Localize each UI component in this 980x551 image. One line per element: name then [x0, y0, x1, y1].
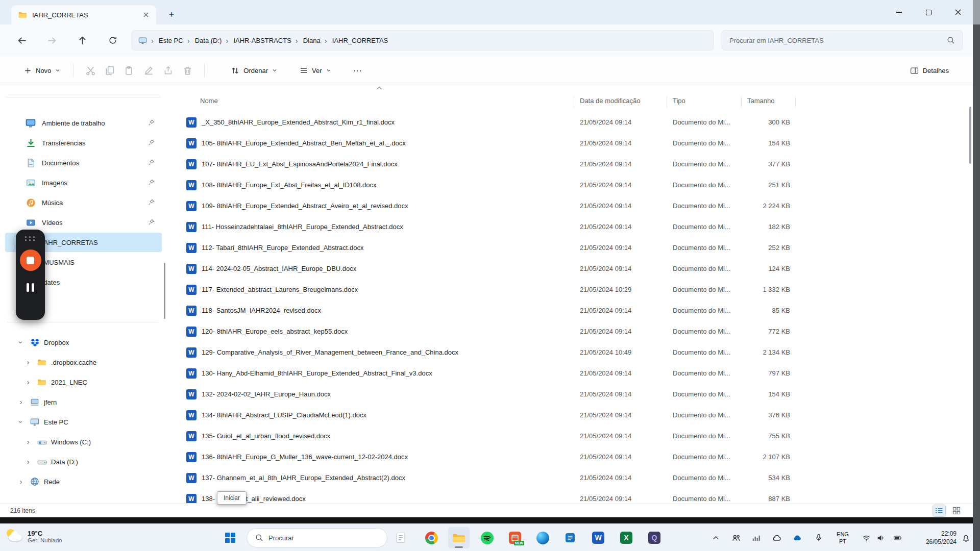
- sidebar-item-pictures[interactable]: Imagens: [5, 173, 162, 192]
- breadcrumb-item[interactable]: Diana: [291, 36, 321, 45]
- onedrive-icon[interactable]: [791, 533, 803, 543]
- column-divider[interactable]: [667, 96, 667, 108]
- search-box[interactable]: [722, 30, 963, 51]
- forward-button[interactable]: [43, 32, 60, 49]
- clock[interactable]: 22:09 26/05/2024: [912, 530, 957, 546]
- spotify-icon[interactable]: [476, 527, 498, 548]
- back-button[interactable]: [13, 32, 31, 49]
- sidebar-item-2021-lnec[interactable]: 2021_LNEC: [5, 372, 162, 392]
- breadcrumb-item[interactable]: Este PC: [147, 36, 183, 45]
- file-row[interactable]: _X_350_8thIAHR_Europe_Extended_Abstract_…: [166, 112, 966, 133]
- close-button[interactable]: [943, 0, 973, 24]
- file-row[interactable]: 138- Ferrara_et_alii_reviewed.docx 21/05…: [166, 489, 966, 503]
- up-button[interactable]: [74, 32, 91, 49]
- file-row[interactable]: 117- Extended_abstract_Laurens_Breugelma…: [166, 280, 966, 300]
- tab-close-icon[interactable]: [140, 9, 152, 21]
- wifi-icon[interactable]: [860, 533, 872, 543]
- sidebar-item-este-pc[interactable]: Este PC: [5, 412, 162, 432]
- file-row[interactable]: 105- 8thIAHR_Europe_Extended_Abstract_Be…: [166, 133, 966, 154]
- address-bar[interactable]: Este PC Data (D:) IAHR-ABSTRACTS Diana I…: [132, 30, 714, 51]
- sidebar-item-data-d[interactable]: Data (D:): [5, 452, 162, 471]
- chart-icon[interactable]: [750, 533, 762, 543]
- drag-handle-icon[interactable]: [25, 236, 36, 241]
- large-icons-view-button[interactable]: [950, 505, 963, 516]
- file-list-scrollbar[interactable]: [968, 105, 971, 501]
- file-row[interactable]: 120- 8thIAHR_Europe_eels_abstract_kep55.…: [166, 321, 966, 342]
- file-row[interactable]: 108- 8thIAHR_Europe_Ext_Abst_Freitas_et_…: [166, 175, 966, 196]
- minimize-button[interactable]: [884, 0, 914, 24]
- view-button[interactable]: Ver: [294, 63, 337, 78]
- sidebar-item-jfern[interactable]: jfern: [5, 392, 162, 412]
- file-row[interactable]: 130- Hany_Abd-Elhamid_8thIAHR_Europe_Ext…: [166, 363, 966, 384]
- sidebar-item-desktop[interactable]: Ambiente de trabalho: [5, 113, 162, 133]
- file-row[interactable]: 137- Ghannem_et_al_8th_IAHR_Europe_Exten…: [166, 468, 966, 489]
- file-row[interactable]: 134- 8thIAHR_Abstract_LUSIP_ClaudiaMcLeo…: [166, 405, 966, 426]
- paste-button[interactable]: [119, 62, 139, 79]
- chevron-collapsed-icon[interactable]: [23, 358, 33, 366]
- new-tab-button[interactable]: [164, 8, 179, 22]
- weather-widget[interactable]: 19°C Ger. Nublado: [5, 528, 62, 544]
- record-stop-button[interactable]: [20, 249, 41, 271]
- pause-button[interactable]: [27, 283, 34, 292]
- breadcrumb-item[interactable]: IAHR-ABSTRACTS: [222, 36, 291, 45]
- file-row[interactable]: 109- 8thIAHR_Europe_Extended_Abstract_Av…: [166, 196, 966, 217]
- sidebar-item-dropbox[interactable]: Dropbox: [5, 333, 162, 352]
- app-icon-with-new-badge[interactable]: NEW: [504, 527, 526, 548]
- column-divider[interactable]: [574, 96, 574, 108]
- chevron-collapsed-icon[interactable]: [23, 378, 33, 386]
- sidebar-item-downloads[interactable]: Transferências: [5, 133, 162, 153]
- column-header-type[interactable]: Tipo: [673, 97, 685, 105]
- notepad-app-icon[interactable]: [390, 527, 411, 548]
- word-app-icon[interactable]: [587, 527, 609, 548]
- file-row[interactable]: 111- Hosseinzadehtalaei_8thIAHR_Europe_E…: [166, 217, 966, 238]
- delete-button[interactable]: [178, 62, 197, 79]
- chevron-collapsed-icon[interactable]: [16, 478, 26, 486]
- file-row[interactable]: 136- 8thIAHR_Europe_G_Muller_136_wave-cu…: [166, 447, 966, 468]
- cut-button[interactable]: [81, 62, 100, 79]
- microphone-icon[interactable]: [813, 533, 825, 543]
- file-row[interactable]: 118- SantosJM_IAHR2024_revised.docx 21/0…: [166, 300, 966, 321]
- details-view-button[interactable]: [933, 505, 945, 516]
- file-explorer-icon[interactable]: [448, 527, 470, 548]
- file-row[interactable]: 132- 2024-02-02_IAHR_Europe_Haun.docx 21…: [166, 384, 966, 405]
- search-icon[interactable]: [947, 36, 955, 44]
- people-icon[interactable]: [730, 533, 742, 543]
- sidebar-scrollbar[interactable]: [164, 263, 165, 319]
- sidebar-item-dropbox-cache[interactable]: .dropbox.cache: [5, 353, 162, 372]
- tray-chevron-up-icon[interactable]: [709, 533, 722, 543]
- new-button[interactable]: Novo: [18, 63, 66, 78]
- column-header-name[interactable]: Nome: [200, 97, 218, 105]
- chevron-collapsed-icon[interactable]: [23, 458, 33, 466]
- sort-button[interactable]: Ordenar: [225, 63, 283, 79]
- breadcrumb-item[interactable]: IAHR_CORRETAS: [321, 36, 388, 45]
- battery-icon[interactable]: [890, 533, 905, 543]
- cloud-icon[interactable]: [771, 533, 783, 543]
- q-app-icon[interactable]: [644, 527, 665, 548]
- details-pane-button[interactable]: Detalhes: [904, 63, 954, 79]
- notifications-bell-icon[interactable]: [960, 533, 972, 543]
- chevron-collapsed-icon[interactable]: [23, 438, 33, 446]
- excel-app-icon[interactable]: [616, 527, 637, 548]
- file-row[interactable]: 112- Tabari_8thIAHR_Europe_Extended_Abst…: [166, 238, 966, 259]
- screen-recorder-widget[interactable]: [16, 230, 45, 320]
- column-divider[interactable]: [741, 96, 742, 108]
- share-button[interactable]: [158, 62, 178, 79]
- notes-app-icon[interactable]: [559, 527, 581, 548]
- breadcrumb-item[interactable]: Data (D:): [183, 36, 222, 45]
- file-row[interactable]: 129- Comparative_Analysis_of_River_Manag…: [166, 342, 966, 363]
- sidebar-item-rede[interactable]: Rede: [5, 472, 162, 491]
- search-input[interactable]: [729, 37, 942, 44]
- column-divider[interactable]: [795, 96, 796, 108]
- column-header-date[interactable]: Data de modificação: [580, 97, 641, 105]
- rename-button[interactable]: [139, 62, 158, 79]
- file-row[interactable]: 107- 8thIAHR_EU_Ext_Abst_EspinosaAndPort…: [166, 154, 966, 175]
- edge-icon[interactable]: [532, 527, 553, 548]
- column-header-size[interactable]: Tamanho: [747, 97, 774, 105]
- sidebar-item-windows-c[interactable]: Windows (C:): [5, 432, 162, 452]
- chrome-icon[interactable]: [421, 527, 442, 548]
- more-options-button[interactable]: ⋯: [348, 62, 368, 79]
- chevron-expanded-icon[interactable]: [17, 338, 25, 347]
- scrollbar-thumb[interactable]: [969, 107, 971, 164]
- start-button[interactable]: [220, 529, 240, 547]
- sidebar-item-documents[interactable]: Documentos: [5, 153, 162, 172]
